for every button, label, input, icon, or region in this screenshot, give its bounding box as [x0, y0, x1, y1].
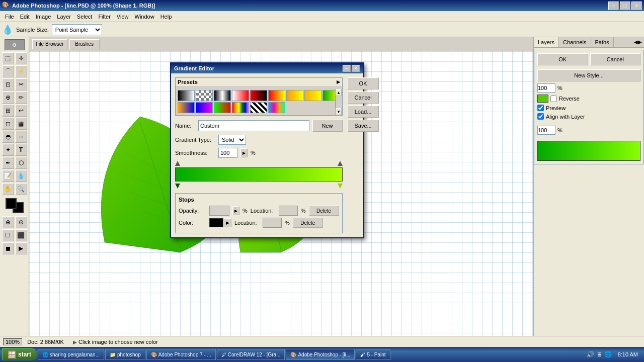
panel-collapse-btn[interactable]: ◀ — [634, 39, 638, 45]
minimize-button[interactable]: − — [608, 2, 619, 10]
menu-select[interactable]: Select — [74, 13, 96, 21]
move-tool[interactable]: ✛ — [15, 52, 27, 64]
preset-rainbow[interactable] — [232, 102, 249, 113]
path-tool[interactable]: ✦ — [2, 144, 14, 156]
color-swatch-container[interactable]: ▶ — [209, 218, 231, 227]
preset-stripe[interactable] — [250, 102, 267, 113]
gradient-tool[interactable]: ▦ — [15, 118, 27, 130]
zoom-tool[interactable]: 🔍 — [15, 183, 27, 195]
stamp-tool[interactable]: ⊞ — [2, 105, 14, 117]
scroll-up-btn[interactable]: ▲ — [336, 89, 342, 96]
preset-ob[interactable] — [178, 102, 195, 113]
color-swatch-arrow[interactable]: ▶ — [223, 218, 231, 227]
align-layer-checkbox[interactable] — [537, 113, 544, 120]
gradient-bar[interactable] — [175, 167, 343, 182]
start-button[interactable]: 🪟 start — [2, 348, 37, 360]
dialog-minimize-btn[interactable]: − — [343, 65, 351, 72]
preset-ry[interactable] — [268, 90, 285, 101]
crop-tool[interactable]: ⊡ — [2, 78, 14, 90]
dialog-close-btn[interactable]: × — [352, 65, 360, 72]
channels-tab[interactable]: Channels — [559, 37, 591, 47]
ok-button[interactable]: OK — [348, 77, 379, 89]
smoothness-input[interactable] — [218, 148, 237, 158]
history-brush-tool[interactable]: ↩ — [15, 105, 27, 117]
style-ok-button[interactable]: OK — [537, 53, 588, 65]
menu-filter[interactable]: Filter — [95, 13, 113, 21]
sample-size-select[interactable]: Point Sample 3 by 3 Average 5 by 5 Avera… — [52, 24, 102, 35]
menu-image[interactable]: Image — [33, 13, 54, 21]
preset-oy[interactable] — [286, 90, 303, 101]
gradient-type-select[interactable]: Solid Noise — [218, 135, 246, 145]
image-ready[interactable]: ▶ — [15, 242, 27, 254]
presets-arrow-btn[interactable]: ▶ — [337, 79, 340, 84]
cancel-button[interactable]: Cancel — [348, 92, 379, 104]
presets-grid[interactable] — [176, 88, 342, 115]
scroll-down-btn[interactable]: ▼ — [336, 108, 342, 115]
color-swatches[interactable] — [6, 198, 24, 213]
standard-mode[interactable]: ☐ — [2, 229, 14, 241]
blur-tool[interactable]: ◓ — [2, 131, 14, 143]
canvas-area[interactable]: File Browser Brushes — [29, 37, 533, 347]
marquee-tool[interactable]: ⬚ — [2, 52, 14, 64]
eraser-tool[interactable]: ◻ — [2, 118, 14, 130]
lasso-tool[interactable]: ⌒ — [2, 65, 14, 77]
name-input[interactable] — [198, 120, 309, 131]
taskbar-item-0[interactable]: 🌐 sharing pengalaman... — [38, 349, 104, 360]
panel-expand-btn[interactable]: ▶ — [638, 39, 642, 45]
color-stop-right[interactable] — [338, 184, 343, 189]
fullscreen-mode2[interactable]: ◼ — [2, 242, 14, 254]
healing-tool[interactable]: ⊕ — [2, 92, 14, 104]
color-delete-btn[interactable]: Delete — [293, 218, 323, 228]
preset-bw[interactable] — [178, 90, 195, 101]
eyedropper-tool[interactable]: 💧 — [15, 170, 27, 182]
new-style-button[interactable]: New Style... — [537, 69, 640, 81]
preset-checker[interactable] — [196, 90, 213, 101]
paths-tab[interactable]: Paths — [591, 37, 614, 47]
brushes-btn[interactable]: Brushes — [69, 39, 100, 49]
file-browser-btn[interactable]: File Browser — [32, 39, 67, 49]
preset-bw2[interactable] — [214, 90, 231, 101]
preview-checkbox[interactable] — [537, 105, 544, 111]
opacity-stop-left[interactable] — [175, 161, 180, 166]
value-input-right[interactable] — [537, 126, 555, 135]
new-button[interactable]: New — [312, 120, 343, 132]
preset-gy[interactable] — [304, 90, 321, 101]
layer-mode-btn[interactable]: ⊕ — [2, 216, 14, 228]
eyedropper-tool-icon[interactable]: 💧 — [2, 24, 13, 35]
color-swatch[interactable] — [209, 218, 223, 227]
smoothness-arrow-btn[interactable]: ▶ — [240, 148, 248, 157]
hand-tool[interactable]: ✋ — [2, 183, 14, 195]
color-stop-left[interactable] — [175, 184, 180, 189]
presets-scrollbar[interactable]: ▲ ▼ — [335, 89, 342, 115]
opacity-stop-right[interactable] — [338, 161, 343, 166]
magic-wand-tool[interactable]: ⚡ — [15, 65, 27, 77]
shape-tool[interactable]: ⬡ — [15, 157, 27, 169]
foreground-color[interactable] — [6, 198, 17, 209]
opacity-input[interactable] — [209, 206, 229, 216]
style-cancel-button[interactable]: Cancel — [590, 53, 641, 65]
taskbar-item-2[interactable]: 🎨 Adobe Photoshop 7 - ... — [146, 349, 216, 360]
maximize-button[interactable]: □ — [620, 2, 630, 10]
save-button[interactable]: Save... — [348, 120, 379, 132]
menu-edit[interactable]: Edit — [17, 13, 33, 21]
slice-tool[interactable]: ✂ — [15, 78, 27, 90]
color-location-input[interactable] — [263, 218, 282, 228]
load-button[interactable]: Load... — [348, 106, 379, 118]
preset-bm[interactable] — [196, 102, 213, 113]
preset-wr[interactable] — [232, 90, 249, 101]
opacity-location-input[interactable] — [279, 206, 298, 216]
layers-tab[interactable]: Layers — [534, 37, 559, 47]
reverse-checkbox[interactable] — [550, 96, 557, 102]
menu-window[interactable]: Window — [132, 13, 157, 21]
pen-tool[interactable]: ✒ — [2, 157, 14, 169]
menu-view[interactable]: View — [114, 13, 132, 21]
fullscreen-mode[interactable]: ⬛ — [15, 229, 27, 241]
menu-help[interactable]: Help — [157, 13, 175, 21]
brush-tool[interactable]: ✏ — [15, 92, 27, 104]
taskbar-item-3[interactable]: 🖊 CorelDRAW 12 - [Gra... — [217, 349, 285, 360]
style-color-swatch[interactable] — [537, 95, 548, 103]
menu-file[interactable]: File — [2, 13, 17, 21]
taskbar-item-1[interactable]: 📁 photoshop — [105, 349, 145, 360]
preset-rb[interactable] — [250, 90, 267, 101]
dialog-title-bar[interactable]: Gradient Editor − × — [171, 63, 363, 73]
